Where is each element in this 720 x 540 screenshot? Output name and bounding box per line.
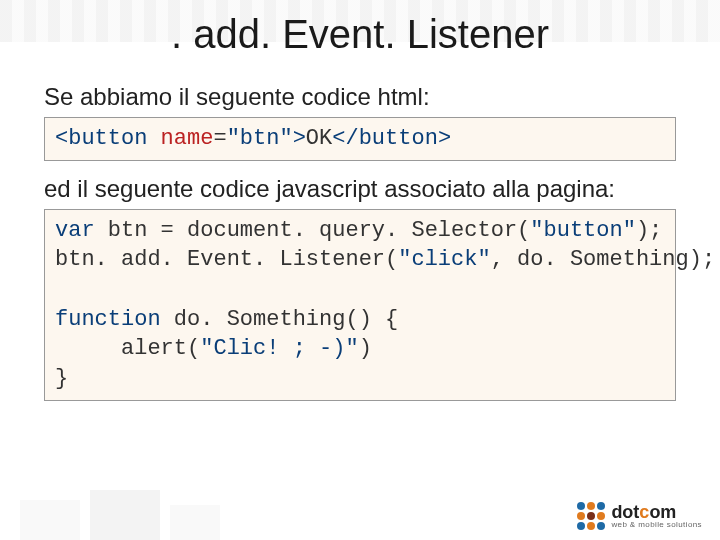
code-token: name [147, 126, 213, 151]
intro-text-1: Se abbiamo il seguente codice html: [44, 83, 676, 111]
code-token: </button> [332, 126, 451, 151]
code-token: <button [55, 126, 147, 151]
slide-title: . add. Event. Listener [44, 12, 676, 57]
logo-subtitle: web & mobile solutions [611, 521, 702, 529]
code-token: OK [306, 126, 332, 151]
code-token: "Clic! ; -)" [200, 336, 358, 361]
intro-text-2: ed il seguente codice javascript associa… [44, 175, 676, 203]
code-token: "btn" [227, 126, 293, 151]
logo-brand-a: dot [611, 502, 639, 522]
code-block-js: var btn = document. query. Selector("but… [44, 209, 676, 401]
code-token: = [213, 126, 226, 151]
code-token: "click" [398, 247, 490, 272]
logo-text: dotcom web & mobile solutions [611, 503, 702, 529]
code-token: btn = document. query. Selector( [95, 218, 531, 243]
code-token: ); [636, 218, 662, 243]
code-token: alert( [55, 336, 200, 361]
code-token: , do. Something); [491, 247, 715, 272]
code-token: "button" [530, 218, 636, 243]
code-block-html: <button name="btn">OK</button> [44, 117, 676, 161]
code-token: > [293, 126, 306, 151]
code-token: btn. add. Event. Listener( [55, 247, 398, 272]
logo-brand-b: c [639, 502, 649, 522]
code-token: ) [359, 336, 372, 361]
logo-brand-c: om [649, 502, 676, 522]
code-token: function [55, 307, 161, 332]
slide-content: . add. Event. Listener Se abbiamo il seg… [0, 0, 720, 401]
logo-dots-icon [577, 502, 605, 530]
logo: dotcom web & mobile solutions [577, 502, 702, 530]
code-token: } [55, 366, 68, 391]
code-token: do. Something() { [161, 307, 399, 332]
code-token: var [55, 218, 95, 243]
